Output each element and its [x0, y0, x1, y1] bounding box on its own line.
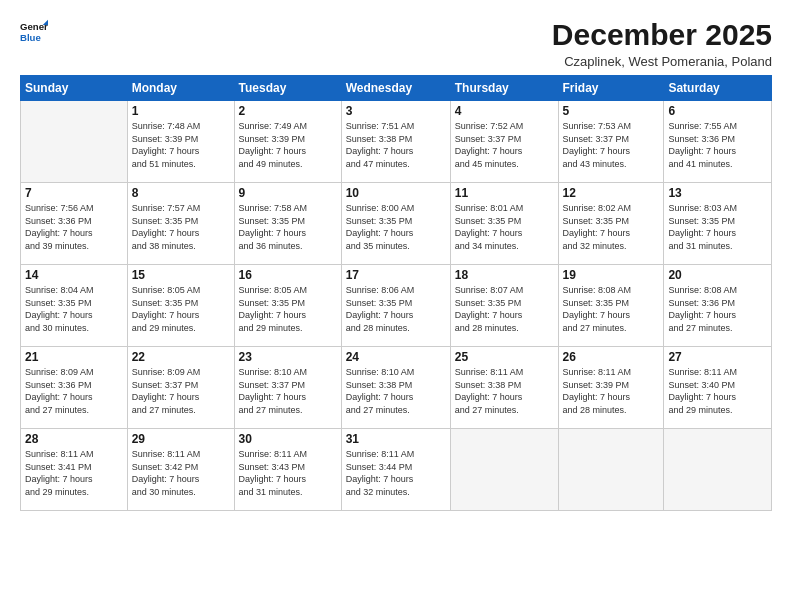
day-info: Sunrise: 8:11 AM Sunset: 3:40 PM Dayligh…: [668, 366, 767, 416]
calendar-week-3: 14Sunrise: 8:04 AM Sunset: 3:35 PM Dayli…: [21, 265, 772, 347]
calendar-cell: 7Sunrise: 7:56 AM Sunset: 3:36 PM Daylig…: [21, 183, 128, 265]
day-number: 27: [668, 350, 767, 364]
calendar-cell: 11Sunrise: 8:01 AM Sunset: 3:35 PM Dayli…: [450, 183, 558, 265]
day-info: Sunrise: 8:11 AM Sunset: 3:41 PM Dayligh…: [25, 448, 123, 498]
day-info: Sunrise: 8:00 AM Sunset: 3:35 PM Dayligh…: [346, 202, 446, 252]
day-number: 30: [239, 432, 337, 446]
header: General Blue December 2025 Czaplinek, We…: [20, 18, 772, 69]
calendar-cell: 9Sunrise: 7:58 AM Sunset: 3:35 PM Daylig…: [234, 183, 341, 265]
day-info: Sunrise: 8:05 AM Sunset: 3:35 PM Dayligh…: [239, 284, 337, 334]
day-info: Sunrise: 8:05 AM Sunset: 3:35 PM Dayligh…: [132, 284, 230, 334]
calendar-cell: 25Sunrise: 8:11 AM Sunset: 3:38 PM Dayli…: [450, 347, 558, 429]
day-number: 6: [668, 104, 767, 118]
calendar-cell: 2Sunrise: 7:49 AM Sunset: 3:39 PM Daylig…: [234, 101, 341, 183]
day-info: Sunrise: 8:04 AM Sunset: 3:35 PM Dayligh…: [25, 284, 123, 334]
logo: General Blue: [20, 18, 48, 46]
day-info: Sunrise: 8:11 AM Sunset: 3:42 PM Dayligh…: [132, 448, 230, 498]
weekday-monday: Monday: [127, 76, 234, 101]
calendar-cell: [450, 429, 558, 511]
calendar-week-1: 1Sunrise: 7:48 AM Sunset: 3:39 PM Daylig…: [21, 101, 772, 183]
day-info: Sunrise: 7:53 AM Sunset: 3:37 PM Dayligh…: [563, 120, 660, 170]
svg-text:Blue: Blue: [20, 32, 41, 43]
calendar-cell: 17Sunrise: 8:06 AM Sunset: 3:35 PM Dayli…: [341, 265, 450, 347]
calendar-cell: 13Sunrise: 8:03 AM Sunset: 3:35 PM Dayli…: [664, 183, 772, 265]
day-number: 8: [132, 186, 230, 200]
day-number: 16: [239, 268, 337, 282]
calendar-header: Sunday Monday Tuesday Wednesday Thursday…: [21, 76, 772, 101]
day-number: 24: [346, 350, 446, 364]
day-info: Sunrise: 7:57 AM Sunset: 3:35 PM Dayligh…: [132, 202, 230, 252]
calendar-cell: 30Sunrise: 8:11 AM Sunset: 3:43 PM Dayli…: [234, 429, 341, 511]
day-info: Sunrise: 7:55 AM Sunset: 3:36 PM Dayligh…: [668, 120, 767, 170]
day-number: 11: [455, 186, 554, 200]
day-info: Sunrise: 7:51 AM Sunset: 3:38 PM Dayligh…: [346, 120, 446, 170]
calendar-cell: 8Sunrise: 7:57 AM Sunset: 3:35 PM Daylig…: [127, 183, 234, 265]
day-info: Sunrise: 8:10 AM Sunset: 3:37 PM Dayligh…: [239, 366, 337, 416]
day-info: Sunrise: 8:09 AM Sunset: 3:36 PM Dayligh…: [25, 366, 123, 416]
calendar-week-5: 28Sunrise: 8:11 AM Sunset: 3:41 PM Dayli…: [21, 429, 772, 511]
calendar-cell: 24Sunrise: 8:10 AM Sunset: 3:38 PM Dayli…: [341, 347, 450, 429]
day-info: Sunrise: 8:08 AM Sunset: 3:35 PM Dayligh…: [563, 284, 660, 334]
calendar-cell: 21Sunrise: 8:09 AM Sunset: 3:36 PM Dayli…: [21, 347, 128, 429]
day-number: 17: [346, 268, 446, 282]
day-info: Sunrise: 8:02 AM Sunset: 3:35 PM Dayligh…: [563, 202, 660, 252]
day-info: Sunrise: 8:06 AM Sunset: 3:35 PM Dayligh…: [346, 284, 446, 334]
day-number: 21: [25, 350, 123, 364]
day-info: Sunrise: 8:11 AM Sunset: 3:39 PM Dayligh…: [563, 366, 660, 416]
calendar-week-2: 7Sunrise: 7:56 AM Sunset: 3:36 PM Daylig…: [21, 183, 772, 265]
calendar-cell: 10Sunrise: 8:00 AM Sunset: 3:35 PM Dayli…: [341, 183, 450, 265]
day-number: 12: [563, 186, 660, 200]
calendar-table: Sunday Monday Tuesday Wednesday Thursday…: [20, 75, 772, 511]
calendar-cell: 4Sunrise: 7:52 AM Sunset: 3:37 PM Daylig…: [450, 101, 558, 183]
day-number: 2: [239, 104, 337, 118]
weekday-tuesday: Tuesday: [234, 76, 341, 101]
weekday-friday: Friday: [558, 76, 664, 101]
title-block: December 2025 Czaplinek, West Pomerania,…: [552, 18, 772, 69]
day-info: Sunrise: 8:09 AM Sunset: 3:37 PM Dayligh…: [132, 366, 230, 416]
day-info: Sunrise: 8:01 AM Sunset: 3:35 PM Dayligh…: [455, 202, 554, 252]
day-number: 13: [668, 186, 767, 200]
calendar-cell: 3Sunrise: 7:51 AM Sunset: 3:38 PM Daylig…: [341, 101, 450, 183]
day-number: 26: [563, 350, 660, 364]
calendar-cell: 26Sunrise: 8:11 AM Sunset: 3:39 PM Dayli…: [558, 347, 664, 429]
calendar-cell: 6Sunrise: 7:55 AM Sunset: 3:36 PM Daylig…: [664, 101, 772, 183]
day-number: 1: [132, 104, 230, 118]
day-number: 25: [455, 350, 554, 364]
day-number: 22: [132, 350, 230, 364]
day-number: 7: [25, 186, 123, 200]
calendar-cell: 23Sunrise: 8:10 AM Sunset: 3:37 PM Dayli…: [234, 347, 341, 429]
day-number: 20: [668, 268, 767, 282]
calendar-cell: 5Sunrise: 7:53 AM Sunset: 3:37 PM Daylig…: [558, 101, 664, 183]
calendar-cell: [664, 429, 772, 511]
day-info: Sunrise: 7:49 AM Sunset: 3:39 PM Dayligh…: [239, 120, 337, 170]
weekday-sunday: Sunday: [21, 76, 128, 101]
calendar-cell: 28Sunrise: 8:11 AM Sunset: 3:41 PM Dayli…: [21, 429, 128, 511]
calendar-cell: 22Sunrise: 8:09 AM Sunset: 3:37 PM Dayli…: [127, 347, 234, 429]
day-number: 28: [25, 432, 123, 446]
weekday-saturday: Saturday: [664, 76, 772, 101]
calendar-cell: 19Sunrise: 8:08 AM Sunset: 3:35 PM Dayli…: [558, 265, 664, 347]
month-title: December 2025: [552, 18, 772, 52]
day-info: Sunrise: 7:56 AM Sunset: 3:36 PM Dayligh…: [25, 202, 123, 252]
day-number: 31: [346, 432, 446, 446]
day-number: 18: [455, 268, 554, 282]
svg-text:General: General: [20, 21, 48, 32]
day-info: Sunrise: 8:08 AM Sunset: 3:36 PM Dayligh…: [668, 284, 767, 334]
day-number: 23: [239, 350, 337, 364]
calendar-cell: 1Sunrise: 7:48 AM Sunset: 3:39 PM Daylig…: [127, 101, 234, 183]
subtitle: Czaplinek, West Pomerania, Poland: [552, 54, 772, 69]
calendar-cell: [558, 429, 664, 511]
day-number: 4: [455, 104, 554, 118]
logo-icon: General Blue: [20, 18, 48, 46]
page: General Blue December 2025 Czaplinek, We…: [0, 0, 792, 612]
day-number: 5: [563, 104, 660, 118]
calendar-cell: 20Sunrise: 8:08 AM Sunset: 3:36 PM Dayli…: [664, 265, 772, 347]
day-info: Sunrise: 8:07 AM Sunset: 3:35 PM Dayligh…: [455, 284, 554, 334]
day-info: Sunrise: 8:03 AM Sunset: 3:35 PM Dayligh…: [668, 202, 767, 252]
day-info: Sunrise: 7:48 AM Sunset: 3:39 PM Dayligh…: [132, 120, 230, 170]
day-number: 15: [132, 268, 230, 282]
calendar-cell: 31Sunrise: 8:11 AM Sunset: 3:44 PM Dayli…: [341, 429, 450, 511]
calendar-cell: 12Sunrise: 8:02 AM Sunset: 3:35 PM Dayli…: [558, 183, 664, 265]
calendar-cell: 18Sunrise: 8:07 AM Sunset: 3:35 PM Dayli…: [450, 265, 558, 347]
day-number: 29: [132, 432, 230, 446]
